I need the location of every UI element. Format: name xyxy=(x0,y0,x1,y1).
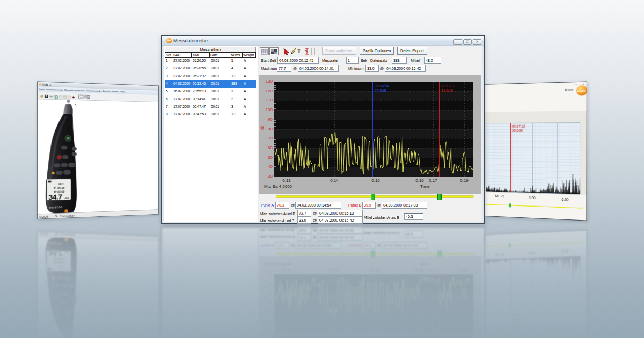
svg-text:dBA: dBA xyxy=(64,251,69,254)
svg-text:FAST: FAST xyxy=(58,265,64,268)
svg-text:testo 8 16-1: testo 8 16-1 xyxy=(49,241,63,245)
svg-text:34.7: 34.7 xyxy=(48,193,62,201)
svg-text:testo 8 16-1: testo 8 16-1 xyxy=(49,206,63,209)
svg-text:34.7: 34.7 xyxy=(48,249,62,258)
svg-text:01:05:49: 01:05:49 xyxy=(54,261,64,264)
svg-text:01:05:49: 01:05:49 xyxy=(54,187,64,190)
svg-text:dBA: dBA xyxy=(64,197,69,200)
svg-text:FAST: FAST xyxy=(58,183,64,186)
